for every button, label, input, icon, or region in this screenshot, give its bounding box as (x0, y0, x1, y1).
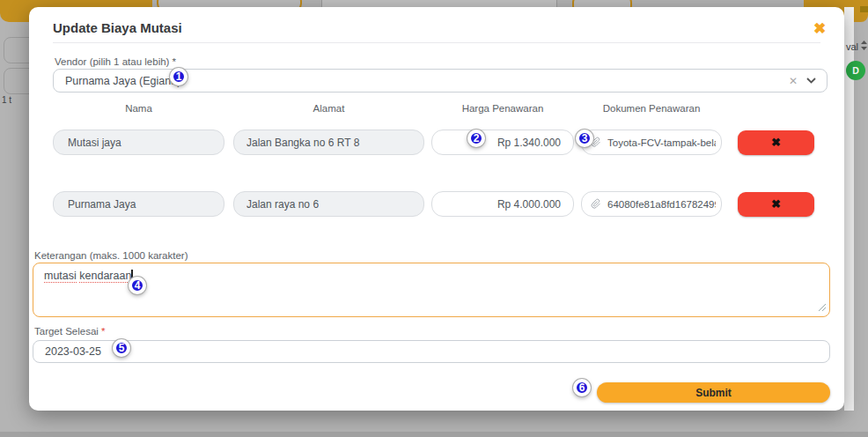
keterangan-word: kendaraan (79, 270, 131, 283)
clear-icon[interactable]: ✕ (780, 75, 806, 87)
step-badge-5: 5 (113, 339, 130, 357)
vendor-label: Vendor (pilih 1 atau lebih) * (55, 56, 176, 67)
step-badge-4: 4 (129, 277, 146, 294)
harga-input[interactable] (431, 191, 574, 217)
target-selesai-label: Target Selesai * (34, 326, 106, 337)
alamat-input[interactable] (233, 191, 424, 217)
offers-table-header: Nama Alamat Harga Penawaran Dokumen Pena… (53, 103, 738, 114)
step-badge-6: 6 (573, 379, 591, 396)
vendor-select[interactable]: Purnama Jaya (Egiana) ✕ (53, 69, 828, 93)
vendor-selected-value: Purnama Jaya (Egiana) (54, 75, 780, 87)
dokumen-file-input[interactable]: 64080fe81a8fd1678249960.d (581, 191, 722, 217)
background-button-accent-chip (860, 6, 868, 12)
sort-icon[interactable] (861, 41, 867, 52)
column-header-alamat: Alamat (233, 103, 424, 114)
step-badge-3: 3 (576, 130, 593, 147)
column-header-harga: Harga Penawaran (431, 103, 574, 114)
delete-row-button[interactable]: ✖ (738, 192, 814, 217)
status-badge-d: D (846, 61, 865, 80)
pagination-text: 1 t (2, 95, 11, 105)
chevron-down-icon[interactable] (806, 78, 827, 84)
alamat-input[interactable] (233, 130, 424, 155)
dokumen-file-input[interactable]: Toyota-FCV-tampak-belakang (581, 130, 722, 155)
keterangan-word: mutasi (44, 270, 77, 283)
table-row: Toyota-FCV-tampak-belakang ✖ (53, 130, 814, 155)
table-row: 64080fe81a8fd1678249960.d ✖ (53, 191, 814, 217)
close-button[interactable]: ✖ (809, 19, 830, 40)
nama-input[interactable] (53, 191, 224, 217)
header-divider (53, 42, 820, 43)
delete-icon: ✖ (771, 197, 781, 211)
resize-handle-icon[interactable] (818, 302, 827, 315)
step-badge-2: 2 (467, 130, 485, 147)
nama-input[interactable] (53, 130, 224, 155)
screen: 1 t val D Update Biaya Mutasi ✖ Vendor (… (0, 0, 868, 437)
background-footer-band (0, 432, 868, 437)
close-icon: ✖ (813, 20, 826, 37)
harga-input[interactable] (431, 130, 574, 155)
delete-row-button[interactable]: ✖ (738, 130, 814, 155)
paperclip-icon (591, 198, 601, 211)
column-header-nama: Nama (53, 103, 224, 114)
delete-icon: ✖ (771, 136, 781, 149)
dokumen-file-name: Toyota-FCV-tampak-belakang (607, 137, 716, 148)
approval-label-text: val (846, 41, 858, 52)
keterangan-label: Keterangan (maks. 1000 karakter) (34, 250, 188, 261)
step-badge-1: 1 (170, 68, 188, 85)
approval-column-label: val (846, 41, 867, 52)
required-asterisk: * (101, 326, 105, 337)
update-biaya-mutasi-modal: Update Biaya Mutasi ✖ Vendor (pilih 1 at… (29, 7, 844, 411)
submit-button[interactable]: Submit (597, 382, 830, 403)
dokumen-file-name: 64080fe81a8fd1678249960.d (607, 199, 716, 210)
modal-title: Update Biaya Mutasi (53, 20, 182, 35)
column-header-dokumen: Dokumen Penawaran (581, 103, 722, 114)
keterangan-textarea[interactable]: mutasi kendaraan (33, 263, 830, 317)
target-selesai-date-input[interactable] (33, 340, 830, 363)
